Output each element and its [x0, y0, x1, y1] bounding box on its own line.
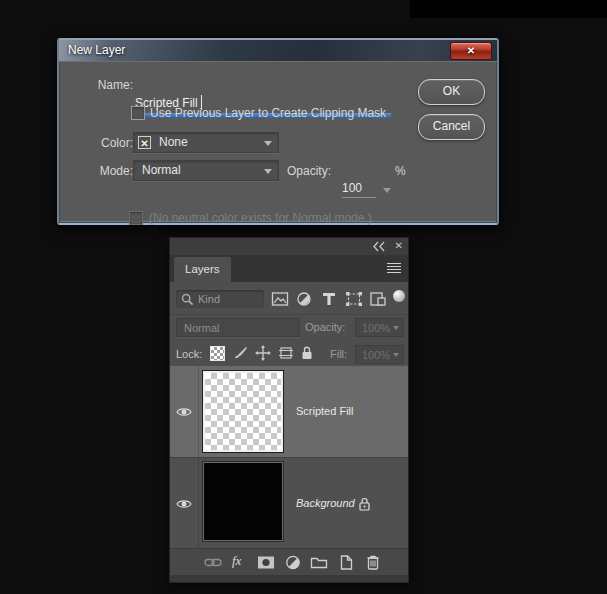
- type-filter-icon[interactable]: [320, 291, 338, 307]
- layer-lock-icon: [358, 497, 371, 511]
- search-icon: [181, 293, 194, 306]
- layer-thumbnail-transparent[interactable]: [203, 371, 283, 452]
- link-layers-icon[interactable]: [204, 554, 222, 571]
- clipping-mask-checkbox[interactable]: [131, 106, 145, 120]
- collapse-panel-icon[interactable]: [372, 241, 386, 252]
- pixel-filter-icon[interactable]: [271, 291, 289, 307]
- blend-mode-dropdown[interactable]: Normal: [176, 318, 300, 337]
- color-none-icon: ✕: [138, 136, 151, 149]
- panel-header: ✕: [170, 238, 408, 255]
- layer-mask-icon[interactable]: [257, 554, 275, 571]
- close-panel-icon[interactable]: ✕: [395, 240, 403, 252]
- smart-object-filter-icon[interactable]: [369, 291, 387, 307]
- visibility-column: [170, 366, 199, 457]
- panel-menu-icon[interactable]: [387, 263, 401, 275]
- layer-row-background[interactable]: Background: [170, 458, 408, 549]
- filter-kind-dropdown[interactable]: Kind: [176, 290, 264, 308]
- lock-label: Lock:: [176, 348, 202, 360]
- chevron-down-icon: [264, 169, 272, 174]
- mode-label: Mode:: [77, 164, 133, 178]
- chevron-down-icon: [393, 326, 399, 330]
- filter-toggle-icon[interactable]: [393, 290, 405, 302]
- filter-row: Kind: [170, 286, 408, 315]
- opacity-input[interactable]: 100: [342, 181, 376, 198]
- eye-icon[interactable]: [176, 498, 192, 510]
- chevron-down-icon[interactable]: [383, 188, 391, 193]
- visibility-column: [170, 458, 199, 549]
- color-dropdown[interactable]: ✕ None: [133, 132, 279, 153]
- tab-layers[interactable]: Layers: [174, 257, 231, 282]
- close-icon[interactable]: ✕: [450, 42, 492, 60]
- eye-icon[interactable]: [176, 406, 192, 418]
- layer-name[interactable]: Scripted Fill: [296, 405, 353, 417]
- new-layer-icon[interactable]: [337, 554, 355, 571]
- clipping-mask-label: Use Previous Layer to Create Clipping Ma…: [150, 106, 386, 120]
- background-black-strip: [410, 0, 607, 18]
- chevron-down-icon: [393, 353, 399, 357]
- adjustment-layer-icon[interactable]: [284, 554, 302, 571]
- adjustment-filter-icon[interactable]: [295, 291, 313, 307]
- name-label: Name:: [77, 78, 133, 92]
- panel-fill-value[interactable]: 100%: [355, 345, 404, 364]
- layer-row-scripted-fill[interactable]: Scripted Fill: [170, 366, 408, 458]
- filter-kind-label: Kind: [198, 290, 220, 308]
- dialog-body: Name: Scripted Fill OK Use Previous Laye…: [59, 61, 497, 223]
- fill-value-text: 100%: [362, 349, 390, 361]
- opacity-label: Opacity:: [287, 164, 331, 178]
- group-icon[interactable]: [310, 554, 328, 571]
- shape-filter-icon[interactable]: [345, 291, 363, 307]
- dialog-titlebar[interactable]: New Layer ✕: [59, 40, 497, 61]
- cancel-button[interactable]: Cancel: [418, 114, 485, 140]
- panel-opacity-value[interactable]: 100%: [355, 318, 404, 337]
- opacity-unit: %: [395, 164, 406, 178]
- panel-opacity-label: Opacity:: [305, 321, 345, 333]
- opacity-value-text: 100%: [362, 322, 390, 334]
- chevron-down-icon: [264, 141, 272, 146]
- lock-position-move-icon[interactable]: [255, 345, 271, 361]
- panel-footer: fx: [170, 548, 408, 576]
- lock-artboard-icon[interactable]: [278, 345, 294, 361]
- lock-row: Lock: Fill: 100%: [170, 342, 408, 366]
- dialog-title: New Layer: [68, 43, 125, 57]
- mode-dropdown[interactable]: Normal: [133, 160, 279, 181]
- layer-style-fx-icon[interactable]: fx: [232, 553, 250, 570]
- color-label: Color:: [77, 136, 133, 150]
- delete-layer-icon[interactable]: [364, 554, 382, 571]
- layer-thumbnail-black[interactable]: [203, 462, 283, 541]
- layer-name[interactable]: Background: [296, 497, 355, 509]
- blend-row: Normal Opacity: 100%: [170, 315, 408, 342]
- fill-label: Fill:: [330, 348, 347, 360]
- neutral-color-checkbox: [129, 211, 143, 225]
- screenshot-root: New Layer ✕ Name: Scripted Fill OK Use P…: [0, 0, 607, 594]
- color-value: None: [159, 135, 188, 149]
- ok-button[interactable]: OK: [418, 79, 485, 105]
- layers-panel: ✕ Layers Kind: [170, 238, 408, 582]
- lock-transparent-pixels-icon[interactable]: [210, 346, 225, 361]
- lock-image-pixels-brush-icon[interactable]: [232, 345, 248, 361]
- mode-value: Normal: [142, 163, 181, 177]
- neutral-color-note: (No neutral color exists for Normal mode…: [149, 211, 372, 225]
- lock-all-icon[interactable]: [299, 345, 315, 361]
- new-layer-dialog: New Layer ✕ Name: Scripted Fill OK Use P…: [57, 38, 499, 225]
- panel-bottom-strip: [170, 575, 408, 582]
- layer-list: Scripted Fill Background: [170, 366, 408, 548]
- panel-tab-row: Layers: [170, 255, 408, 282]
